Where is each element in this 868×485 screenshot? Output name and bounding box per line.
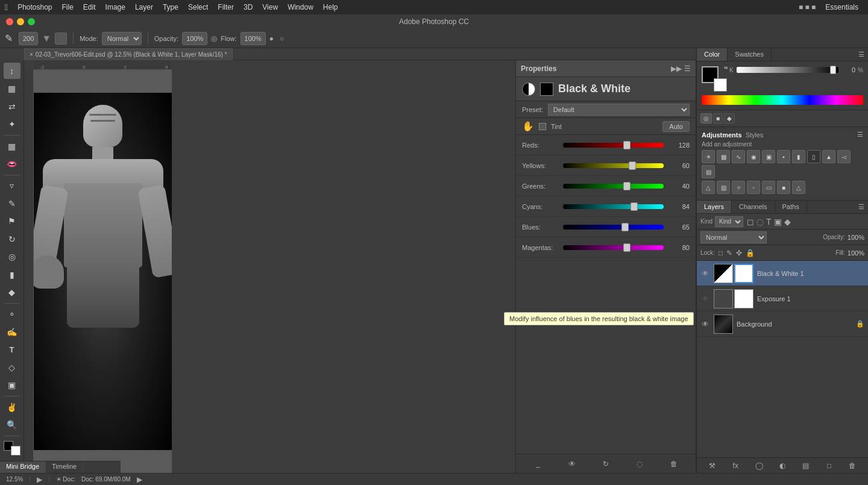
status-arrow-btn[interactable]: ▶	[37, 475, 42, 484]
layers-filter-smart-icon[interactable]: ◆	[784, 217, 791, 227]
adj-colorbalance-icon[interactable]: ▮	[792, 150, 805, 163]
minimize-button[interactable]	[17, 18, 24, 25]
lock-all-icon[interactable]: 🔒	[746, 249, 755, 257]
brush-tool-icon[interactable]: ✎	[5, 33, 13, 44]
blend-mode-select[interactable]: Normal	[700, 231, 767, 243]
tab-timeline[interactable]: Timeline	[46, 462, 83, 473]
prop-visibility-btn[interactable]: ◌	[634, 458, 646, 470]
add-layer-style-btn[interactable]: fx	[729, 460, 741, 472]
menu-window[interactable]: Window	[283, 0, 318, 14]
prop-expand-icon[interactable]: ▶▶	[671, 64, 682, 73]
prop-eye-btn[interactable]: 👁	[566, 458, 578, 470]
layers-panel-menu[interactable]: ☰	[855, 201, 868, 213]
prop-reset-btn[interactable]: ↻	[600, 458, 612, 470]
magentas-slider-track[interactable]	[563, 245, 664, 250]
layer-item-background[interactable]: 👁 Background 🔒	[697, 311, 868, 337]
adj-photo-icon[interactable]: ▲	[822, 150, 835, 163]
adj-threshold-icon[interactable]: ▿	[732, 181, 745, 194]
layers-filter-text-icon[interactable]: T	[766, 217, 772, 227]
path-tool[interactable]: ◇	[4, 359, 20, 375]
adj-hsl-icon[interactable]: ▪	[777, 150, 790, 163]
marquee-tool[interactable]: ▦	[4, 80, 20, 96]
layer-visibility-exposure[interactable]: 👁	[700, 294, 710, 304]
adj-solidcolor-icon[interactable]: ■	[777, 181, 790, 194]
blur-tool[interactable]: ◆	[4, 284, 20, 300]
yellows-thumb[interactable]	[629, 161, 636, 170]
prop-clip-btn[interactable]: ⎯	[532, 458, 544, 470]
cyans-slider-track[interactable]	[563, 204, 664, 209]
fg-bg-color[interactable]	[4, 441, 20, 455]
background-color[interactable]	[11, 446, 20, 455]
menu-view[interactable]: View	[257, 0, 283, 14]
k-slider-track[interactable]	[737, 67, 838, 73]
lasso-tool[interactable]: ⇄	[4, 98, 20, 114]
panel-strip-icon-3[interactable]: ◆	[724, 113, 735, 124]
move-tool[interactable]: ↕	[4, 63, 20, 79]
layer-item-exposure[interactable]: 👁 Exposure 1	[697, 286, 868, 311]
prop-menu-icon[interactable]: ☰	[684, 64, 691, 73]
prop-delete-btn[interactable]: 🗑	[668, 458, 680, 470]
text-tool[interactable]: T	[4, 342, 20, 358]
adj-colorlookup-icon[interactable]: ▤	[702, 165, 715, 178]
doc-tab[interactable]: × 02-03_Trevor606-Edit.psd @ 12.5% (Blac…	[24, 48, 233, 60]
pen-tool[interactable]: ✍	[4, 324, 20, 340]
tab-layers[interactable]: Layers	[697, 201, 732, 213]
new-adjustment-btn[interactable]: ◐	[776, 460, 788, 472]
hand-cursor-icon[interactable]: ✋	[522, 120, 534, 132]
tab-color[interactable]: Color	[697, 48, 728, 61]
adj-invert-icon[interactable]: △	[702, 181, 715, 194]
preset-select[interactable]: Default	[548, 104, 690, 116]
magentas-thumb[interactable]	[623, 243, 631, 252]
add-mask-btn[interactable]: ◯	[753, 460, 765, 472]
layer-visibility-bw[interactable]: 👁	[700, 269, 710, 278]
adj-channelmixer-icon[interactable]: ◅	[837, 150, 851, 163]
menu-select[interactable]: Select	[183, 0, 213, 14]
adj-pattern-icon[interactable]: △	[792, 181, 805, 194]
dodge-tool[interactable]: ⚬	[4, 306, 20, 322]
menu-image[interactable]: Image	[101, 0, 130, 14]
panel-strip-icon-2[interactable]: ■	[713, 113, 723, 124]
layers-filter-shape-icon[interactable]: ▣	[774, 217, 782, 227]
adjustments-tab[interactable]: Adjustments	[702, 131, 742, 139]
status-arrow-right[interactable]: ▶	[137, 475, 142, 484]
menu-layer[interactable]: Layer	[130, 0, 158, 14]
greens-thumb[interactable]	[623, 182, 631, 190]
menu-photoshop[interactable]: Photoshop	[13, 0, 57, 14]
reds-thumb[interactable]	[623, 141, 631, 149]
cyans-thumb[interactable]	[631, 202, 638, 211]
zoom-tool[interactable]: 🔍	[4, 417, 20, 433]
layers-filter-adj-icon[interactable]: ◌	[756, 217, 764, 227]
apple-menu[interactable]: 	[5, 2, 8, 12]
brush-picker-icon[interactable]: ▼	[42, 33, 51, 44]
adj-curves-icon[interactable]: ∿	[732, 150, 745, 163]
greens-slider-track[interactable]	[563, 184, 664, 189]
smoothing-icon[interactable]: ○	[280, 34, 284, 43]
menu-type[interactable]: Type	[158, 0, 183, 14]
lock-image-icon[interactable]: ✎	[726, 249, 732, 257]
opacity-value[interactable]: 100%	[182, 32, 207, 45]
adj-exposure-icon[interactable]: ◉	[747, 150, 760, 163]
eraser-tool[interactable]: ◎	[4, 249, 20, 265]
menu-edit[interactable]: Edit	[78, 0, 101, 14]
yellows-slider-track[interactable]	[563, 163, 664, 168]
styles-tab[interactable]: Styles	[746, 131, 764, 139]
lock-transparent-icon[interactable]: □	[719, 249, 723, 257]
color-spectrum[interactable]	[702, 95, 863, 105]
history-brush-tool[interactable]: ↻	[4, 231, 20, 247]
layers-kind-select[interactable]: Kind	[715, 216, 743, 227]
adjustments-menu-icon[interactable]: ☰	[857, 131, 863, 139]
hand-tool[interactable]: ✌	[4, 399, 20, 415]
tint-checkbox[interactable]	[539, 123, 546, 130]
essentials-dropdown[interactable]: Essentials	[820, 0, 863, 14]
delete-layer-btn[interactable]: 🗑	[846, 460, 858, 472]
flow-value[interactable]: 100%	[241, 32, 266, 45]
tab-mini-bridge[interactable]: Mini Bridge	[0, 462, 46, 473]
brush-size-btn[interactable]: 200	[19, 32, 38, 45]
adj-gradient-icon[interactable]: ▭	[762, 181, 775, 194]
crop-tool[interactable]: ▦	[4, 138, 20, 154]
maximize-button[interactable]	[28, 18, 35, 25]
color-panel-menu[interactable]: ☰	[855, 48, 868, 61]
eyedropper-tool[interactable]: 👄	[4, 155, 20, 172]
pressure-icon[interactable]: ●	[269, 34, 274, 43]
airbrush-icon[interactable]: ◎	[211, 34, 217, 43]
